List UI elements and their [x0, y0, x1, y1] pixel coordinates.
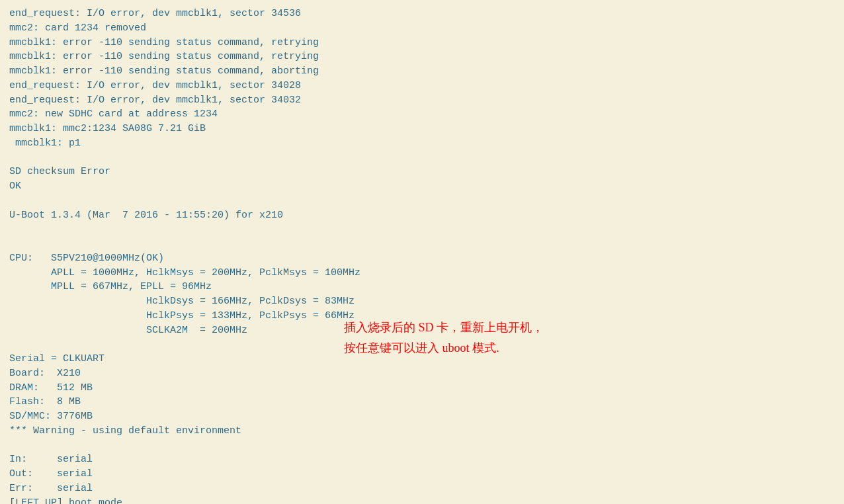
terminal-line — [9, 439, 835, 453]
terminal-line — [9, 194, 835, 208]
terminal-line: SD checksum Error — [9, 165, 835, 179]
terminal-line: mmcblk1: error -110 sending status comma… — [9, 50, 835, 64]
terminal-line: Out: serial — [9, 467, 835, 482]
terminal-line: SD/MMC: 3776MB — [9, 409, 835, 424]
chinese-annotation: 插入烧录后的 SD 卡，重新上电开机， 按任意键可以进入 uboot 模式. — [344, 317, 544, 358]
terminal-line: [LEFT UP] boot mode — [9, 496, 835, 505]
terminal-line: Flash: 8 MB — [9, 395, 835, 409]
annotation-line1: 插入烧录后的 SD 卡，重新上电开机， — [344, 317, 544, 338]
terminal-line: OK — [9, 179, 835, 194]
terminal-line: MPLL = 667MHz, EPLL = 96MHz — [9, 280, 835, 294]
terminal-line — [9, 237, 835, 251]
terminal-line: mmcblk1: error -110 sending status comma… — [9, 64, 835, 79]
terminal-line: CPU: S5PV210@1000MHz(OK) — [9, 251, 835, 266]
terminal-line — [9, 151, 835, 165]
terminal-output: end_request: I/O error, dev mmcblk1, sec… — [9, 7, 835, 504]
terminal-line: mmcblk1: p1 — [9, 136, 835, 151]
terminal-line: DRAM: 512 MB — [9, 381, 835, 396]
terminal-line: Board: X210 — [9, 366, 835, 381]
terminal-line: end_request: I/O error, dev mmcblk1, sec… — [9, 93, 835, 108]
terminal-line: *** Warning - using default environment — [9, 424, 835, 439]
terminal-line — [9, 222, 835, 237]
terminal-line: In: serial — [9, 452, 835, 467]
terminal-line: mmcblk1: mmc2:1234 SA08G 7.21 GiB — [9, 122, 835, 136]
terminal-line: mmc2: card 1234 removed — [9, 21, 835, 36]
terminal-window: end_request: I/O error, dev mmcblk1, sec… — [0, 0, 844, 504]
annotation-line2: 按任意键可以进入 uboot 模式. — [344, 338, 544, 358]
terminal-line: U-Boot 1.3.4 (Mar 7 2016 - 11:55:20) for… — [9, 208, 835, 223]
terminal-line: APLL = 1000MHz, HclkMsys = 200MHz, PclkM… — [9, 266, 835, 280]
terminal-line: Err: serial — [9, 482, 835, 496]
terminal-line: mmc2: new SDHC card at address 1234 — [9, 107, 835, 122]
terminal-line: HclkDsys = 166MHz, PclkDsys = 83MHz — [9, 294, 835, 309]
terminal-line: end_request: I/O error, dev mmcblk1, sec… — [9, 7, 835, 21]
terminal-line: mmcblk1: error -110 sending status comma… — [9, 36, 835, 50]
terminal-line: end_request: I/O error, dev mmcblk1, sec… — [9, 79, 835, 93]
